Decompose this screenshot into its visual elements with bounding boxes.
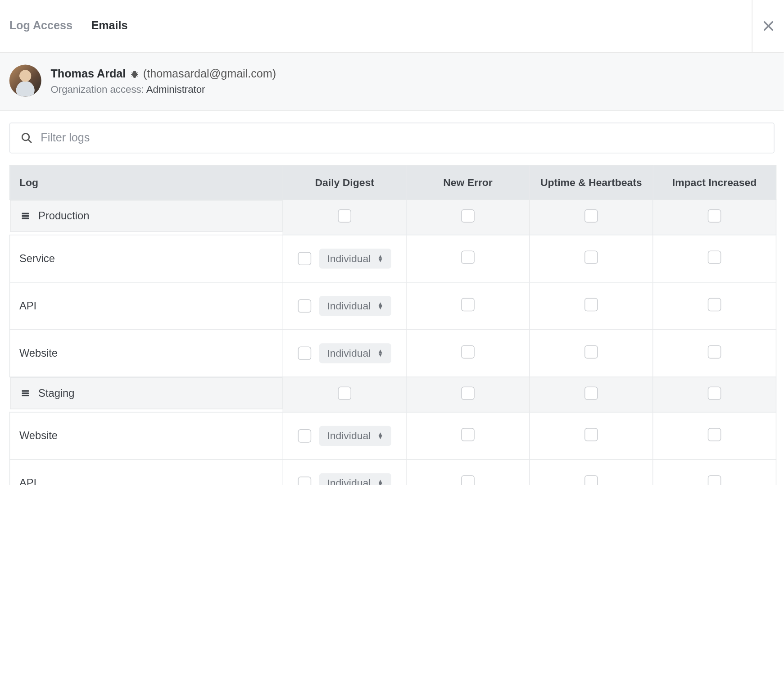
col-impact: Impact Increased: [653, 166, 776, 200]
checkbox[interactable]: [708, 209, 721, 223]
checkbox[interactable]: [298, 252, 311, 265]
svg-rect-4: [22, 390, 29, 391]
checkbox[interactable]: [585, 250, 598, 264]
sort-icon: ▲▼: [377, 255, 383, 262]
checkbox[interactable]: [585, 345, 598, 359]
sort-icon: ▲▼: [377, 480, 383, 485]
digest-select[interactable]: Individual▲▼: [319, 343, 391, 363]
checkbox[interactable]: [585, 475, 598, 485]
checkbox[interactable]: [461, 345, 475, 359]
bug-icon: [130, 69, 139, 78]
table-row: ServiceIndividual▲▼: [9, 235, 776, 282]
filter-container: [9, 122, 775, 153]
digest-select[interactable]: Individual▲▼: [319, 426, 391, 446]
log-name: API: [19, 477, 36, 485]
checkbox[interactable]: [298, 429, 311, 443]
layers-icon: [20, 389, 31, 398]
group-row: Staging: [9, 377, 776, 412]
digest-select[interactable]: Individual▲▼: [319, 296, 391, 316]
filter-input[interactable]: [41, 132, 763, 145]
close-icon: [763, 21, 774, 32]
svg-rect-5: [22, 392, 29, 394]
col-log: Log: [9, 166, 283, 200]
checkbox[interactable]: [461, 209, 475, 223]
log-name: API: [19, 300, 36, 311]
group-name: Production: [38, 210, 89, 222]
checkbox[interactable]: [708, 298, 721, 312]
checkbox[interactable]: [298, 347, 311, 360]
group-name: Staging: [38, 387, 74, 399]
svg-rect-1: [22, 213, 29, 214]
col-new-error: New Error: [406, 166, 530, 200]
svg-rect-3: [22, 218, 29, 219]
sort-icon: ▲▼: [377, 433, 383, 440]
user-email: (thomasardal@gmail.com): [143, 67, 276, 81]
checkbox[interactable]: [708, 386, 721, 400]
checkbox[interactable]: [461, 386, 475, 400]
checkbox[interactable]: [708, 345, 721, 359]
user-name: Thomas Ardal: [50, 67, 126, 81]
tab-log-access[interactable]: Log Access: [9, 19, 73, 33]
sort-icon: ▲▼: [377, 303, 383, 309]
digest-select[interactable]: Individual▲▼: [319, 249, 391, 268]
checkbox[interactable]: [461, 250, 475, 264]
table-row: APIIndividual▲▼: [9, 459, 776, 485]
checkbox[interactable]: [461, 475, 475, 485]
checkbox[interactable]: [298, 299, 311, 313]
checkbox[interactable]: [298, 476, 311, 485]
checkbox[interactable]: [585, 209, 598, 223]
checkbox[interactable]: [461, 298, 475, 312]
svg-rect-6: [22, 395, 29, 396]
avatar: [9, 65, 41, 97]
checkbox[interactable]: [585, 386, 598, 400]
group-row: Production: [9, 200, 776, 235]
checkbox[interactable]: [708, 475, 721, 485]
search-icon: [21, 132, 33, 144]
log-name: Website: [19, 347, 58, 358]
svg-rect-2: [22, 215, 29, 217]
log-name: Service: [19, 253, 55, 264]
close-button[interactable]: [752, 0, 784, 52]
sort-icon: ▲▼: [377, 350, 383, 357]
checkbox[interactable]: [338, 209, 351, 223]
checkbox[interactable]: [708, 428, 721, 441]
layers-icon: [20, 211, 31, 221]
checkbox[interactable]: [585, 298, 598, 312]
log-name: Website: [19, 430, 58, 441]
col-uptime: Uptime & Heartbeats: [530, 166, 653, 200]
col-daily-digest: Daily Digest: [283, 166, 406, 200]
table-row: WebsiteIndividual▲▼: [9, 330, 776, 377]
checkbox[interactable]: [708, 250, 721, 264]
org-access-label: Organization access:: [50, 83, 144, 94]
user-banner: Thomas Ardal (thomasardal@gmail.com) Org…: [0, 53, 784, 111]
table-row: WebsiteIndividual▲▼: [9, 412, 776, 459]
checkbox[interactable]: [585, 428, 598, 441]
table-row: APIIndividual▲▼: [9, 282, 776, 330]
checkbox[interactable]: [338, 386, 351, 400]
tabs-bar: Log Access Emails: [0, 0, 784, 53]
tab-emails[interactable]: Emails: [91, 19, 127, 33]
emails-table: Log Daily Digest New Error Uptime & Hear…: [9, 165, 776, 485]
digest-select[interactable]: Individual▲▼: [319, 473, 391, 485]
org-access-role: Administrator: [146, 83, 205, 94]
checkbox[interactable]: [461, 428, 475, 441]
